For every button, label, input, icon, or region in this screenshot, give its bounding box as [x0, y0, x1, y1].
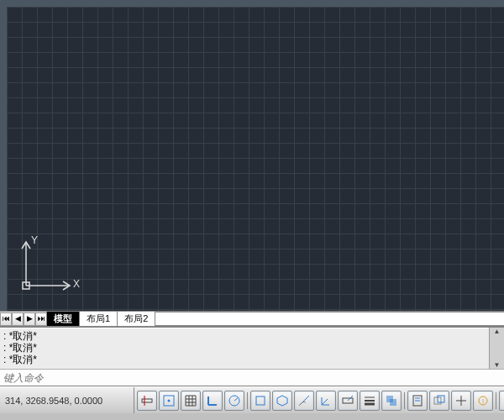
tab-nav-first-button[interactable]: ⏮ — [0, 312, 12, 326]
scroll-up-icon[interactable]: ▲ — [490, 328, 504, 335]
scroll-down-icon[interactable]: ▼ — [490, 361, 504, 369]
command-window: : *取消* : *取消* : *取消* ▲ ▼ — [0, 326, 504, 386]
selection-cycling-button[interactable] — [429, 391, 449, 411]
svg-rect-3 — [142, 399, 152, 402]
annotation-monitor-button[interactable]: ! — [473, 391, 493, 411]
transparency-button[interactable] — [381, 391, 402, 411]
drawing-area[interactable]: X Y — [0, 0, 504, 311]
tab-nav-prev-button[interactable]: ◀ — [12, 312, 24, 326]
drafting-settings-group — [134, 387, 247, 413]
svg-line-8 — [234, 397, 239, 401]
tab-layout1[interactable]: 布局1 — [79, 311, 118, 327]
ortho-mode-button[interactable] — [202, 391, 223, 411]
coordinate-readout[interactable]: 314, 3268.9548, 0.0000 — [0, 387, 134, 413]
dynamic-input-button[interactable] — [338, 391, 358, 411]
tab-model[interactable]: 模型 — [46, 311, 80, 327]
model-space-button[interactable] — [451, 391, 471, 411]
grid-display-button[interactable] — [181, 391, 201, 411]
command-history-line: : *取消* — [3, 330, 486, 342]
command-input[interactable] — [0, 372, 504, 384]
command-history[interactable]: : *取消* : *取消* : *取消* — [0, 328, 489, 369]
svg-rect-17 — [390, 399, 396, 406]
tab-nav-next-button[interactable]: ▶ — [24, 312, 35, 326]
object-snap-button[interactable] — [250, 391, 270, 411]
object-snap-tracking-button[interactable] — [294, 391, 314, 411]
snap-mode-button[interactable] — [159, 391, 179, 411]
svg-rect-9 — [256, 396, 265, 405]
tab-layout2[interactable]: 布局2 — [117, 311, 155, 327]
view-group: ! — [405, 387, 496, 413]
tabstrip-filler — [155, 312, 504, 326]
polar-tracking-button[interactable] — [224, 391, 244, 411]
3d-object-snap-button[interactable] — [272, 391, 292, 411]
command-scrollbar[interactable]: ▲ ▼ — [489, 328, 504, 369]
dynamic-ucs-button[interactable] — [316, 391, 336, 411]
status-bar: 314, 3268.9548, 0.0000 — [0, 386, 504, 413]
grid — [7, 7, 504, 311]
svg-text:!: ! — [482, 397, 484, 405]
command-history-line: : *取消* — [3, 354, 486, 365]
quick-properties-button[interactable] — [407, 391, 428, 411]
command-history-line: : *取消* — [3, 342, 486, 354]
infer-constraints-button[interactable] — [137, 391, 157, 411]
osnap-group — [248, 387, 404, 413]
lineweight-button[interactable] — [360, 391, 380, 411]
svg-point-6 — [168, 399, 171, 402]
annotation-scale-group — [496, 387, 504, 413]
annotation-scale-button[interactable] — [499, 391, 504, 411]
layout-tabstrip: ⏮ ◀ ▶ ⏭ 模型 布局1 布局2 — [0, 311, 504, 326]
tab-nav-last-button[interactable]: ⏭ — [35, 312, 47, 326]
